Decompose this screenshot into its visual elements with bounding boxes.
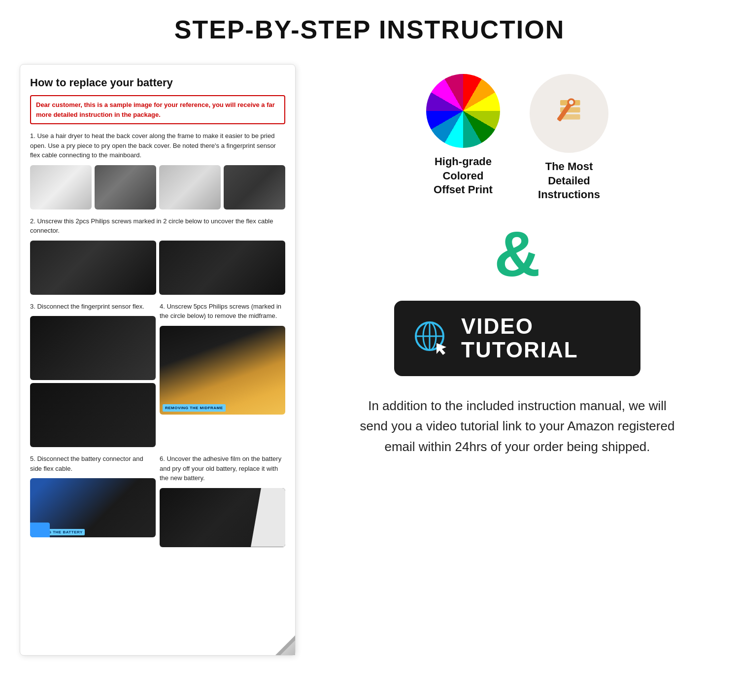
steps-56: 5. Disconnect the battery connector and … [30, 454, 285, 547]
instruction-card: How to replace your battery Dear custome… [20, 64, 296, 656]
tutorial-label: TUTORIAL [461, 338, 578, 362]
step3-text: 3. Disconnect the fingerprint sensor fle… [30, 302, 156, 312]
globe-icon-wrapper [412, 318, 451, 358]
step1-photo-3 [159, 165, 221, 210]
step3-photo [30, 316, 156, 380]
page-curl-decoration [275, 635, 295, 655]
step4-badge: REMOVING THE MIDFRAME [163, 404, 226, 412]
warning-text: Dear customer, this is a sample image fo… [36, 100, 279, 119]
step2-photos [30, 241, 285, 295]
color-wheel-icon [426, 74, 500, 148]
step2-photo-1 [30, 241, 156, 295]
step3-col: 3. Disconnect the fingerprint sensor fle… [30, 302, 156, 448]
ampersand-symbol: & [494, 222, 540, 286]
step6-text: 6. Uncover the adhesive film on the batt… [160, 454, 285, 483]
step6-photo [160, 488, 285, 547]
step6-col: 6. Uncover the adhesive film on the batt… [160, 454, 285, 547]
step2-text: 2. Unscrew this 2pcs Philips screws mark… [30, 216, 285, 236]
right-panel: High-grade Colored Offset Print [315, 64, 719, 457]
step1-text: 1. Use a hair dryer to heat the back cov… [30, 131, 285, 160]
feature-instructions: The Most Detailed Instructions [530, 74, 608, 202]
step1-photo-4 [224, 165, 285, 210]
wrench-icon [547, 91, 591, 136]
bottom-description: In addition to the included instruction … [360, 396, 675, 457]
video-label: VIDEO [461, 315, 578, 338]
feature-color-print: High-grade Colored Offset Print [426, 74, 500, 202]
video-text-block: VIDEO TUTORIAL [461, 315, 578, 362]
features-row: High-grade Colored Offset Print [315, 74, 719, 202]
step1-photo-1 [30, 165, 92, 210]
page-wrapper: STEP-BY-STEP INSTRUCTION How to replace … [0, 0, 739, 700]
step1-photos [30, 165, 285, 210]
page-title: STEP-BY-STEP INSTRUCTION [20, 15, 719, 44]
video-tutorial-box[interactable]: VIDEO TUTORIAL [394, 301, 640, 376]
step1-photo-2 [95, 165, 156, 210]
step5-text: 5. Disconnect the battery connector and … [30, 454, 156, 473]
bottom-left-label: MOVING THE BATTERY [32, 529, 85, 535]
step4-col: 4. Unscrew 5pcs Philips screws (marked i… [160, 302, 285, 448]
globe-cursor-icon [412, 318, 451, 358]
step4-photo: REMOVING THE MIDFRAME [160, 326, 285, 415]
step5-photo: MOVING THE BATTERY [30, 478, 156, 537]
content-area: How to replace your battery Dear custome… [20, 64, 719, 656]
step3-photo-2 [30, 383, 156, 447]
step5-col: 5. Disconnect the battery connector and … [30, 454, 156, 547]
step4-text: 4. Unscrew 5pcs Philips screws (marked i… [160, 302, 285, 321]
wrench-circle [530, 74, 608, 153]
feature-color-label: High-grade Colored Offset Print [434, 155, 493, 197]
steps-34: 3. Disconnect the fingerprint sensor fle… [30, 302, 285, 448]
warning-box: Dear customer, this is a sample image fo… [30, 95, 285, 124]
step2-photo-2 [159, 241, 285, 295]
feature-instructions-label: The Most Detailed Instructions [538, 160, 600, 202]
card-title: How to replace your battery [30, 76, 285, 89]
